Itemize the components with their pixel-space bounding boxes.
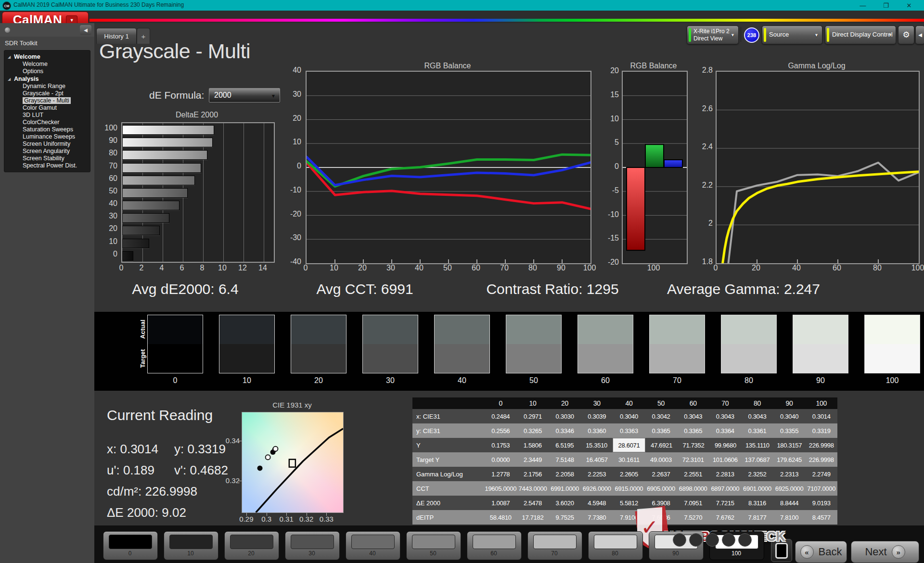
table-row-y-cie31: y: CIE310.25560.32650.33460.33600.33630.… xyxy=(412,423,837,438)
close-button[interactable]: ✕ xyxy=(901,0,917,11)
sidebar-item-3d-lut[interactable]: 3D LUT xyxy=(4,112,90,119)
table-cell: 2.2637 xyxy=(645,467,677,481)
pattern-nav-button[interactable] xyxy=(738,533,752,547)
delta-e-ytick: 70 xyxy=(92,162,117,170)
next-button[interactable]: Next » xyxy=(851,541,919,563)
restore-button[interactable]: ❐ xyxy=(878,0,894,11)
pattern-nav-button[interactable] xyxy=(689,533,703,547)
table-cell: 9.0193 xyxy=(805,496,837,510)
rgb-balance-bar-title: RGB Balance xyxy=(605,62,702,70)
table-cell: 180.3157 xyxy=(773,438,805,452)
gray-swatch-50 xyxy=(506,315,562,373)
source-dropdown[interactable]: Source ▼ xyxy=(762,26,822,44)
pattern-level-button-40[interactable]: 40 xyxy=(346,531,400,560)
rgb-line-xtick: 90 xyxy=(553,264,569,272)
sidebar-item-grayscale-2pt[interactable]: Grayscale - 2pt xyxy=(4,90,90,97)
sidebar-item-options[interactable]: Options xyxy=(4,68,90,75)
sidebar-header: ◀ xyxy=(0,23,94,37)
table-cell: 8.8444 xyxy=(773,496,806,510)
pattern-nav-button[interactable] xyxy=(706,533,719,547)
sidebar-collapse-button[interactable]: ◀ xyxy=(80,25,91,35)
pattern-level-button-80[interactable]: 80 xyxy=(588,531,643,560)
sidebar-item-grayscale-multi[interactable]: Grayscale - Multi xyxy=(4,97,90,104)
cie-xtick-mark xyxy=(307,513,307,516)
cie-1931-chart xyxy=(242,412,344,513)
gray-swatch-90 xyxy=(793,315,848,373)
pattern-level-button-60[interactable]: 60 xyxy=(467,531,522,560)
gamma-xtick: 60 xyxy=(829,264,845,272)
de-formula-dropdown[interactable]: 2000 ▼ xyxy=(209,88,280,102)
table-cell: 4.5948 xyxy=(581,496,613,510)
sidebar-item-welcome[interactable]: Welcome xyxy=(4,61,90,68)
actual-swatch xyxy=(148,315,203,344)
table-cell: 0.3363 xyxy=(613,423,645,438)
table-cell: 17.7182 xyxy=(517,510,549,525)
table-cell: 58.4810 xyxy=(485,510,517,525)
pattern-nav-button[interactable] xyxy=(722,533,735,547)
sidebar-item-screen-stability[interactable]: Screen Stability xyxy=(4,155,90,162)
pattern-level-button-70[interactable]: 70 xyxy=(527,531,582,560)
gray-swatch-70 xyxy=(649,315,705,373)
pattern-window-button[interactable] xyxy=(771,539,792,562)
table-cell: 0.3360 xyxy=(581,423,613,438)
reading-x: x: 0.3014 xyxy=(107,442,158,457)
actual-swatch xyxy=(363,315,418,344)
gamma-xtick: 0 xyxy=(708,264,723,272)
table-cell: 99.9680 xyxy=(709,438,741,452)
pattern-level-button-10[interactable]: 10 xyxy=(164,531,218,560)
sidebar-item-screen-uniformity[interactable]: Screen Uniformity xyxy=(4,141,90,148)
settings-button[interactable]: ⚙ xyxy=(898,26,914,44)
pattern-level-label: 40 xyxy=(346,550,399,557)
rgb-bar-ytick: 5 xyxy=(594,138,619,147)
de-formula-value: 2000 xyxy=(214,91,231,100)
table-cell: 6905.0000 xyxy=(645,481,677,496)
minimize-button[interactable]: — xyxy=(855,0,871,11)
sidebar-group-welcome[interactable]: ◢Welcome xyxy=(4,53,90,61)
rgb-bar-xtick: 100 xyxy=(634,264,673,272)
collapse-toolbar-button[interactable]: ◀ xyxy=(915,26,924,44)
table-cell: 2.2313 xyxy=(773,467,806,481)
pattern-level-button-50[interactable]: 50 xyxy=(406,531,461,560)
target-swatch xyxy=(650,344,705,373)
display-control-dropdown[interactable]: Direct Display Control ▼ xyxy=(825,26,896,44)
delta-e-bar xyxy=(122,201,180,210)
sidebar-item-screen-angularity[interactable]: Screen Angularity xyxy=(4,148,90,155)
pattern-level-label: 20 xyxy=(225,550,278,557)
table-header-cell: 90 xyxy=(773,397,806,409)
sidebar-item-luminance-sweeps[interactable]: Luminance Sweeps xyxy=(4,133,90,141)
meter-count-badge[interactable]: 238 xyxy=(744,27,759,43)
delta-e-chart-title: DeltaE 2000 xyxy=(149,111,245,119)
de-formula-label: dE Formula: xyxy=(149,90,204,101)
gray-swatch-100 xyxy=(864,315,920,373)
reading-u: u': 0.189 xyxy=(107,463,154,478)
table-row-target-y: Target Y0.00002.34497.514816.405730.1611… xyxy=(412,452,837,467)
gray-swatch-label: 80 xyxy=(721,376,777,385)
table-cell: 9.7525 xyxy=(549,510,581,525)
sidebar-item-colorchecker[interactable]: ColorChecker xyxy=(4,119,90,126)
sidebar-group-analysis[interactable]: ◢Analysis xyxy=(4,75,90,83)
delta-e-bar xyxy=(122,150,207,160)
table-cell: 0.3265 xyxy=(517,423,549,438)
table-cell: 101.0606 xyxy=(709,452,741,467)
pattern-level-button-0[interactable]: 0 xyxy=(103,531,158,560)
pattern-level-button-30[interactable]: 30 xyxy=(285,531,340,560)
pattern-level-button-20[interactable]: 20 xyxy=(224,531,279,560)
table-cell: 6915.0000 xyxy=(613,481,645,496)
sidebar-title: SDR Toolkit xyxy=(5,39,38,47)
meter-dropdown[interactable]: X-Rite i1Pro 2 Direct View ▼ xyxy=(687,26,739,44)
rgb-line-ytick: -20 xyxy=(276,210,301,218)
sidebar-item-dynamic-range[interactable]: Dynamic Range xyxy=(4,83,90,90)
back-button[interactable]: « Back xyxy=(795,541,847,563)
delta-e-xtick: 4 xyxy=(154,264,169,272)
table-cell: 7107.0000 xyxy=(805,481,837,496)
sidebar-item-saturation-sweeps[interactable]: Saturation Sweeps xyxy=(4,126,90,133)
table-cell: 2.2551 xyxy=(677,467,709,481)
pattern-nav-button[interactable] xyxy=(673,533,686,547)
rgb-bar-ytick: -15 xyxy=(594,234,619,243)
actual-swatch xyxy=(435,315,489,344)
sidebar-item-spectral-power-dist[interactable]: Spectral Power Dist. xyxy=(4,162,90,169)
table-cell: 16.4057 xyxy=(581,452,613,467)
rgb-balance-line-chart xyxy=(306,71,591,264)
table-cell: 0.1753 xyxy=(485,438,516,452)
sidebar-item-color-gamut[interactable]: Color Gamut xyxy=(4,104,90,112)
